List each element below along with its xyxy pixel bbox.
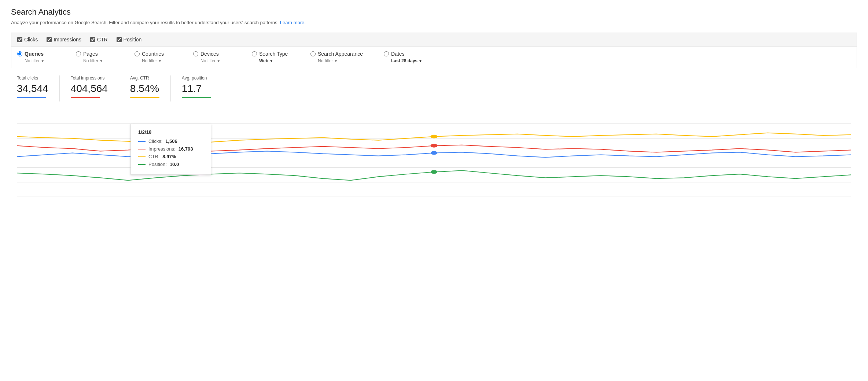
radio-group-pages: Pages No filter ▼ xyxy=(76,51,135,63)
metric-line-impressions xyxy=(71,97,100,98)
tooltip-val-position: 10.0 xyxy=(170,162,179,167)
tooltip-indicator-clicks xyxy=(138,141,146,142)
tooltip-key-ctr: CTR: xyxy=(148,154,159,159)
metric-total-clicks: Total clicks 34,544 xyxy=(17,75,60,101)
chart-area: 1/2/18 Clicks: 1,506 Impressions: 16,793… xyxy=(17,109,851,211)
metric-value-clicks: 34,544 xyxy=(17,83,48,95)
radio-group-search-type: Search Type Web ▼ xyxy=(252,51,310,63)
tooltip-key-clicks: Clicks: xyxy=(148,138,162,144)
metric-label-impressions: Total impressions xyxy=(71,75,108,81)
radio-group-devices: Devices No filter ▼ xyxy=(193,51,252,63)
tooltip-dot-impressions xyxy=(431,144,438,148)
arrow-countries: ▼ xyxy=(158,59,162,63)
radio-countries[interactable] xyxy=(135,51,140,56)
tooltip-key-impressions: Impressions: xyxy=(148,146,176,152)
checkbox-clicks[interactable]: Clicks xyxy=(17,37,38,42)
metric-label-position: Avg. position xyxy=(182,75,211,81)
page-title: Search Analytics xyxy=(11,7,857,17)
metric-line-position xyxy=(182,97,211,98)
metric-value-position: 11.7 xyxy=(182,83,211,95)
radio-devices[interactable] xyxy=(193,51,198,56)
radio-label-queries: Queries xyxy=(25,51,44,57)
radio-label-pages: Pages xyxy=(83,51,98,57)
checkbox-ctr[interactable]: CTR xyxy=(90,37,108,42)
tooltip-val-ctr: 8.97% xyxy=(162,154,176,159)
tooltip-val-clicks: 1,506 xyxy=(165,138,177,144)
filter-search-appearance[interactable]: No filter ▼ xyxy=(318,58,338,63)
tooltip-row-position: Position: 10.0 xyxy=(138,162,203,167)
tooltip-indicator-impressions xyxy=(138,149,146,149)
radio-group-dates: Dates Last 28 days ▼ xyxy=(384,51,442,63)
tooltip-dot-clicks xyxy=(431,151,438,155)
radio-label-dates: Dates xyxy=(391,51,405,57)
radio-search-appearance[interactable] xyxy=(310,51,316,56)
checkbox-filter-bar: Clicks Impressions CTR Position xyxy=(11,33,857,47)
metric-label-clicks: Total clicks xyxy=(17,75,48,81)
metric-label-ctr: Avg. CTR xyxy=(130,75,159,81)
tooltip-row-clicks: Clicks: 1,506 xyxy=(138,138,203,144)
page-subtitle: Analyze your performance on Google Searc… xyxy=(11,20,857,25)
radio-label-search-appearance: Search Appearance xyxy=(318,51,363,57)
radio-dates[interactable] xyxy=(384,51,389,56)
tooltip-dot-ctr xyxy=(431,135,438,138)
learn-more-link[interactable]: Learn more. xyxy=(280,20,306,25)
tooltip-indicator-position xyxy=(138,164,146,165)
radio-group-countries: Countries No filter ▼ xyxy=(135,51,193,63)
radio-filter-bar: Queries No filter ▼ Pages No filter ▼ Co… xyxy=(11,47,857,68)
metric-value-ctr: 8.54% xyxy=(130,83,159,95)
tooltip-date: 1/2/18 xyxy=(138,129,203,135)
metric-avg-ctr: Avg. CTR 8.54% xyxy=(130,75,171,101)
filter-countries[interactable]: No filter ▼ xyxy=(142,58,162,63)
arrow-queries: ▼ xyxy=(41,59,44,63)
metric-line-ctr xyxy=(130,97,159,98)
tooltip-row-impressions: Impressions: 16,793 xyxy=(138,146,203,152)
filter-devices[interactable]: No filter ▼ xyxy=(201,58,220,63)
chart-tooltip: 1/2/18 Clicks: 1,506 Impressions: 16,793… xyxy=(130,124,211,175)
filter-pages[interactable]: No filter ▼ xyxy=(83,58,103,63)
radio-queries[interactable] xyxy=(17,51,22,56)
radio-label-countries: Countries xyxy=(142,51,164,57)
metric-avg-position: Avg. position 11.7 xyxy=(182,75,222,101)
radio-search-type[interactable] xyxy=(252,51,257,56)
arrow-dates: ▼ xyxy=(419,59,422,63)
radio-label-devices: Devices xyxy=(201,51,219,57)
arrow-search-appearance: ▼ xyxy=(334,59,338,63)
radio-group-queries: Queries No filter ▼ xyxy=(17,51,76,63)
tooltip-row-ctr: CTR: 8.97% xyxy=(138,154,203,159)
checkbox-impressions[interactable]: Impressions xyxy=(47,37,81,42)
tooltip-indicator-ctr xyxy=(138,156,146,157)
arrow-devices: ▼ xyxy=(217,59,220,63)
filter-search-type[interactable]: Web ▼ xyxy=(259,58,273,63)
filter-dates[interactable]: Last 28 days ▼ xyxy=(391,58,422,63)
tooltip-key-position: Position: xyxy=(148,162,167,167)
metric-value-impressions: 404,564 xyxy=(71,83,108,95)
radio-label-search-type: Search Type xyxy=(259,51,288,57)
filter-queries[interactable]: No filter ▼ xyxy=(25,58,44,63)
arrow-search-type: ▼ xyxy=(269,59,273,63)
tooltip-val-impressions: 16,793 xyxy=(179,146,193,152)
metrics-row: Total clicks 34,544 Total impressions 40… xyxy=(11,68,857,105)
metric-total-impressions: Total impressions 404,564 xyxy=(71,75,119,101)
tooltip-dot-position xyxy=(431,170,438,174)
metric-line-clicks xyxy=(17,97,46,98)
radio-pages[interactable] xyxy=(76,51,81,56)
radio-group-search-appearance: Search Appearance No filter ▼ xyxy=(310,51,384,63)
arrow-pages: ▼ xyxy=(99,59,103,63)
checkbox-position[interactable]: Position xyxy=(117,37,142,42)
